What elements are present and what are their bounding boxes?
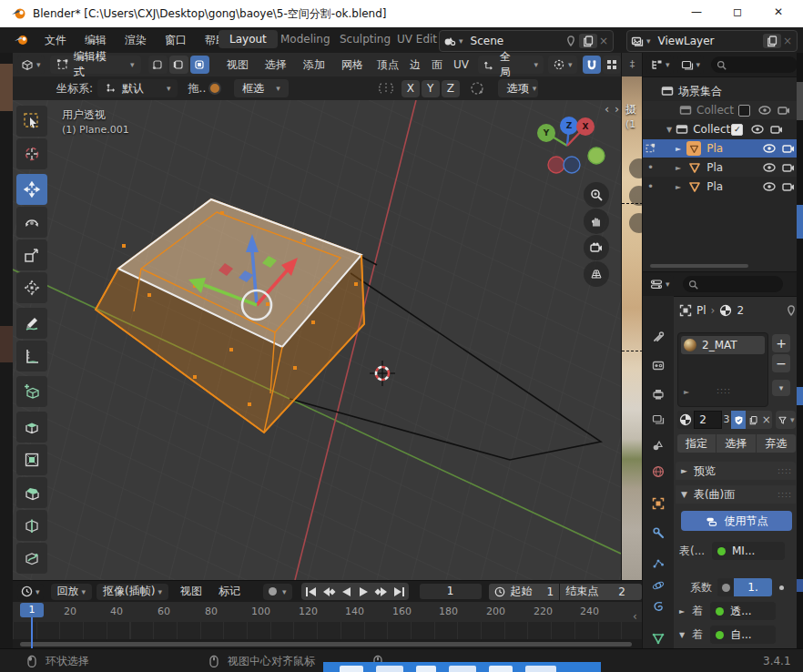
falloff-icon[interactable]: [469, 81, 485, 96]
prev-keyframe-button[interactable]: [320, 586, 338, 597]
outliner-row-collection-excluded[interactable]: Collect: [643, 101, 798, 119]
face-select-button[interactable]: [190, 56, 209, 74]
timeline-view-menu[interactable]: 视图: [172, 584, 210, 599]
blender-menu-icon[interactable]: [14, 34, 30, 46]
select-mode-dropdown[interactable]: 框选▾: [234, 79, 289, 97]
delete-scene-button[interactable]: ×: [599, 35, 608, 47]
region-expand-icon[interactable]: ‹: [633, 610, 637, 623]
keying-menu[interactable]: 抠像(插帧)▾: [97, 584, 168, 600]
material-name-field[interactable]: 2: [694, 411, 721, 429]
tab-object-data[interactable]: [652, 632, 665, 645]
pan-view-button[interactable]: [584, 209, 609, 234]
mirror-z-button[interactable]: Z: [442, 80, 460, 97]
playback-menu[interactable]: 回放▾: [51, 584, 93, 600]
tool-transform[interactable]: [16, 272, 47, 303]
disclosure-triangle[interactable]: ►: [676, 183, 681, 191]
region-collapse-right-icon[interactable]: ›: [615, 102, 619, 116]
frame-end-field[interactable]: 结束点 2: [560, 584, 642, 600]
outliner-editor-button[interactable]: ▾: [646, 56, 674, 74]
properties-editor-button[interactable]: ▾: [646, 275, 674, 293]
properties-search[interactable]: [683, 276, 783, 292]
menu-view[interactable]: 视图: [219, 57, 257, 73]
mirror-y-button[interactable]: Y: [422, 80, 440, 97]
breadcrumb-object[interactable]: Pl: [696, 304, 706, 317]
shader2-dropdown[interactable]: 自...: [710, 626, 776, 644]
timeline-marker-menu[interactable]: 标记: [210, 584, 249, 599]
tab-output[interactable]: [652, 388, 665, 401]
fake-user-shield-button[interactable]: [731, 411, 746, 429]
zoom-view-button[interactable]: [584, 182, 609, 208]
copy-material-button[interactable]: [746, 411, 760, 429]
scene-selector[interactable]: ▾ Scene ×: [439, 30, 614, 52]
tab-render[interactable]: [652, 359, 665, 372]
hide-eye-icon[interactable]: [763, 161, 776, 174]
ortho-toggle-button[interactable]: [584, 261, 609, 287]
tool-cursor[interactable]: [16, 138, 47, 169]
tab-physics[interactable]: [652, 579, 665, 592]
menu-select[interactable]: 选择: [257, 57, 295, 73]
outliner-row-object[interactable]: • ► Pla: [643, 178, 798, 196]
next-keyframe-button[interactable]: [372, 586, 390, 597]
render-visibility-icon[interactable]: [782, 161, 795, 174]
outliner-scrollbar[interactable]: [650, 264, 748, 268]
scene-name[interactable]: Scene: [471, 35, 564, 47]
minimize-button[interactable]: —: [678, 5, 715, 18]
tab-modifiers[interactable]: [652, 526, 665, 539]
play-reverse-button[interactable]: [338, 586, 355, 597]
tool-measure[interactable]: [16, 341, 47, 372]
menu-edge[interactable]: 边: [404, 57, 426, 73]
factor-socket-toggle[interactable]: [717, 578, 734, 596]
disclosure-triangle[interactable]: ►: [676, 164, 681, 172]
new-viewlayer-button[interactable]: [763, 34, 781, 48]
mirror-x-button[interactable]: X: [402, 80, 420, 97]
tab-object[interactable]: [652, 497, 665, 510]
current-frame-badge[interactable]: 1: [20, 603, 44, 617]
tab-uv-edit[interactable]: UV Edit: [390, 33, 444, 46]
render-visibility-icon[interactable]: [782, 180, 795, 193]
slot-expand-triangle[interactable]: ►: [684, 388, 689, 396]
menu-vertex[interactable]: 顶点: [371, 57, 404, 73]
tab-modeling[interactable]: Modeling: [273, 33, 338, 46]
outliner-filter-button[interactable]: ▾: [677, 56, 705, 74]
menu-file[interactable]: 文件: [36, 33, 75, 48]
camera-strip-viewport[interactable]: 摄 (1: [621, 76, 643, 580]
tool-extrude[interactable]: [16, 412, 47, 443]
tool-annotate[interactable]: [16, 308, 47, 339]
strip-camera-button[interactable]: [629, 213, 643, 233]
disclosure-triangle[interactable]: ►: [676, 145, 681, 153]
list-resize-grip[interactable]: ::::: [717, 386, 731, 395]
unlink-material-button[interactable]: ×: [760, 411, 772, 429]
remove-slot-button[interactable]: −: [772, 354, 790, 372]
exclude-checkbox[interactable]: [738, 105, 750, 117]
hide-eye-icon[interactable]: [763, 142, 776, 155]
assign-button[interactable]: 指定: [677, 434, 716, 453]
pivot-dropdown[interactable]: ▾: [548, 56, 577, 74]
mode-dropdown[interactable]: 编辑模式 ▾: [50, 56, 141, 74]
close-button[interactable]: ✕: [760, 5, 797, 18]
timeline-scrollbar[interactable]: [20, 642, 632, 647]
maximize-button[interactable]: ◻: [719, 5, 756, 18]
tab-tool[interactable]: [652, 331, 665, 343]
render-visibility-icon[interactable]: [782, 142, 795, 155]
tab-constraints[interactable]: [652, 600, 665, 613]
tab-sculpting[interactable]: Sculpting: [332, 33, 398, 46]
disclosure-triangle[interactable]: ▼: [666, 126, 672, 134]
vertex-select-button[interactable]: [148, 56, 168, 74]
outliner-row-object[interactable]: • ► Pla: [643, 158, 798, 177]
auto-key-button[interactable]: ▾: [263, 584, 292, 600]
snap-toggle-button[interactable]: [583, 56, 601, 74]
viewlayer-name[interactable]: ViewLayer: [658, 35, 761, 47]
tab-view-layer[interactable]: [652, 412, 665, 425]
viewport-canvas[interactable]: Y Z X 用户透视 (1) Plane.001 ‹ ›: [13, 100, 621, 580]
jump-start-button[interactable]: [303, 586, 320, 597]
jump-end-button[interactable]: [390, 586, 407, 597]
tool-add-cube[interactable]: [16, 376, 47, 407]
menu-face[interactable]: 面: [426, 57, 448, 73]
coord-dropdown[interactable]: 默认▾: [97, 79, 178, 97]
menu-mesh[interactable]: 网格: [333, 57, 371, 73]
play-button[interactable]: [355, 586, 372, 597]
slot-specials-button[interactable]: ▾: [772, 380, 790, 396]
outliner-row-scene-collection[interactable]: 场景集合: [643, 82, 798, 100]
menu-uv[interactable]: UV: [448, 58, 474, 71]
new-scene-button[interactable]: [579, 34, 597, 48]
